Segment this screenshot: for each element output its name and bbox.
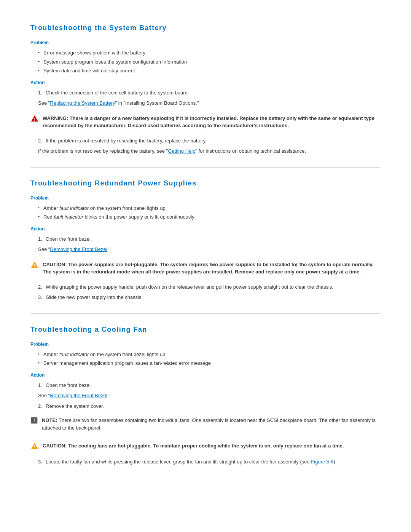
list-item: Red fault indicator blinks on the power … — [38, 213, 381, 221]
figure-5-6-link[interactable]: Figure 5-6 — [311, 459, 333, 465]
fan-see-link-1: See "Removing the Front Bezel." — [30, 392, 381, 399]
power-action-list: 1. Open the front bezel. — [30, 235, 381, 243]
fan-caution: ! CAUTION: The cooling fans are hot-plug… — [30, 439, 381, 454]
power-action-label: Action — [30, 225, 381, 232]
warning-icon: ! — [30, 115, 39, 123]
removing-front-bezel-link-2[interactable]: Removing the Front Bezel — [50, 393, 107, 398]
svg-text:i: i — [34, 418, 35, 422]
list-item: 1. Open the front bezel. — [38, 235, 381, 243]
note-icon: i — [30, 417, 38, 424]
battery-see-link: See "Replacing the System Battery" in "I… — [30, 99, 381, 107]
list-item: 2. Remove the system cover. — [38, 403, 381, 410]
replacing-battery-link[interactable]: Replacing the System Battery — [50, 100, 115, 106]
power-section: Troubleshooting Redundant Power Supplies… — [30, 178, 381, 301]
battery-section-title: Troubleshooting the System Battery — [30, 23, 381, 33]
battery-problem-list: Error message shows problem with the bat… — [30, 49, 381, 75]
fan-action-list: 1. Open the front bezel. — [30, 382, 381, 389]
caution-icon-2: ! — [30, 442, 39, 451]
fan-problem-list: Amber fault indicator on the system fron… — [30, 351, 381, 367]
note-text: NOTE: There are two fan assemblies conta… — [42, 417, 381, 431]
list-item: Error message shows problem with the bat… — [38, 49, 381, 57]
power-section-title: Troubleshooting Redundant Power Supplies — [30, 178, 381, 189]
battery-action-label: Action — [30, 79, 381, 86]
svg-text:!: ! — [34, 263, 35, 267]
list-item: Server management application program is… — [38, 359, 381, 367]
list-item: System date and time will not stay curre… — [38, 67, 381, 75]
list-item: 2. While grasping the power supply handl… — [38, 283, 381, 291]
battery-problem-label: Problem — [30, 39, 381, 46]
list-item: 1. Check the connection of the coin cell… — [38, 89, 381, 97]
battery-warning: ! WARNING: There is a danger of a new ba… — [30, 112, 381, 133]
fan-caution-text: CAUTION: The cooling fans are hot-plugga… — [43, 442, 344, 450]
svg-text:!: ! — [34, 117, 35, 121]
getting-help-link[interactable]: Getting Help — [168, 148, 195, 154]
list-item: Amber fault indicator on the system fron… — [38, 204, 381, 212]
power-see-link-1: See "Removing the Front Bezel." — [30, 246, 381, 253]
fan-note: i NOTE: There are two fan assemblies con… — [30, 414, 381, 435]
battery-see-link-2: If the problem is not resolved by replac… — [30, 147, 381, 155]
caution-icon: ! — [30, 261, 39, 269]
fan-action-list-3: 3. Locate the faulty fan and while press… — [30, 458, 381, 466]
power-caution: ! CAUTION: The power supplies are hot-pl… — [30, 258, 381, 279]
power-problem-list: Amber fault indicator on the system fron… — [30, 204, 381, 221]
power-problem-label: Problem — [30, 195, 381, 201]
fan-action-list-2: 2. Remove the system cover. — [30, 403, 381, 410]
list-item: 2. If the problem is not resolved by res… — [38, 137, 381, 145]
warning-text: WARNING: There is a danger of a new batt… — [43, 115, 381, 129]
svg-text:!: ! — [34, 445, 35, 449]
caution-text: CAUTION: The power supplies are hot-plug… — [43, 261, 381, 276]
divider-2 — [30, 313, 381, 314]
fan-action-label: Action — [30, 372, 381, 379]
power-action-list-2: 2. While grasping the power supply handl… — [30, 283, 381, 301]
battery-action-list-2: 2. If the problem is not resolved by res… — [30, 137, 381, 145]
list-item: 3. Slide the new power supply into the c… — [38, 294, 381, 301]
list-item: System setup program loses the system co… — [38, 58, 381, 66]
list-item: Amber fault indicator on the system fron… — [38, 351, 381, 358]
battery-action-list: 1. Check the connection of the coin cell… — [30, 89, 381, 97]
fan-section-title: Troubleshooting a Cooling Fan — [30, 324, 381, 335]
list-item: 1. Open the front bezel. — [38, 382, 381, 389]
fan-section: Troubleshooting a Cooling Fan Problem Am… — [30, 324, 381, 466]
divider-1 — [30, 167, 381, 168]
fan-problem-label: Problem — [30, 341, 381, 348]
list-item: 3. Locate the faulty fan and while press… — [38, 458, 381, 466]
removing-front-bezel-link-1[interactable]: Removing the Front Bezel — [50, 246, 107, 252]
battery-section: Troubleshooting the System Battery Probl… — [30, 23, 381, 155]
